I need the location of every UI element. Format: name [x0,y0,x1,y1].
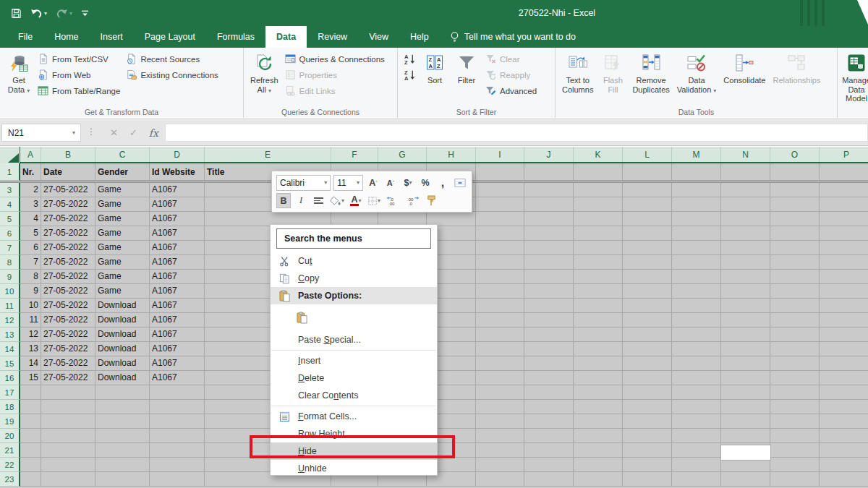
cell-N4[interactable] [721,197,770,212]
cell-A15[interactable]: 14 [20,356,41,371]
cell-N7[interactable] [721,241,770,255]
cell-I10[interactable] [476,284,524,299]
cell-L13[interactable] [623,328,672,342]
undo-dropdown-icon[interactable]: ▾ [44,10,47,17]
align-icon[interactable] [311,193,326,208]
cell-O15[interactable] [770,356,820,371]
name-box[interactable]: N21 ▾ [1,124,81,142]
cell-C8[interactable]: Game [95,255,150,270]
existing-connections-button[interactable]: Existing Connections [123,67,221,82]
properties-button[interactable]: Properties [282,67,388,82]
cancel-icon[interactable]: ✕ [110,127,118,138]
cell-I11[interactable] [476,299,524,313]
cell-O23[interactable] [770,472,820,487]
cell-D16[interactable]: A1067 [150,371,205,385]
cell-J18[interactable] [524,400,574,414]
cell-B5[interactable]: 27-05-2022 [41,212,95,226]
cell-L18[interactable] [623,400,672,414]
cell-K10[interactable] [574,284,623,299]
cell-C14[interactable]: Download [95,342,150,356]
cell-L14[interactable] [623,342,672,356]
tab-data[interactable]: Data [265,26,307,48]
cell-D17[interactable] [150,385,205,400]
menu-item-unhide[interactable]: Unhide [271,460,437,477]
cell-L3[interactable] [623,183,672,197]
cell-P19[interactable] [820,414,868,429]
cell-I17[interactable] [476,385,524,400]
relationships-button[interactable]: Relationships [769,50,824,87]
cell-K20[interactable] [574,429,623,443]
cell-D6[interactable]: A1067 [150,226,205,241]
cell-N19[interactable] [721,414,770,429]
menu-item-delete[interactable]: Delete [271,369,437,387]
cell-P10[interactable] [820,284,868,299]
fill-color-icon[interactable]: ▾ [328,193,346,208]
cell-P20[interactable] [820,429,868,443]
font-name-select[interactable]: Calibri▾ [276,175,331,191]
cell-I1[interactable] [476,163,524,181]
tab-help[interactable]: Help [399,26,440,48]
column-header-A[interactable]: A [20,147,41,162]
cell-C16[interactable]: Download [95,371,150,385]
cell-D22[interactable] [150,458,205,472]
cell-J15[interactable] [524,356,574,371]
cell-K11[interactable] [574,299,623,313]
reapply-button[interactable]: Reapply [482,67,540,82]
cell-L19[interactable] [623,414,672,429]
formula-input[interactable] [165,124,868,142]
cell-A10[interactable]: 9 [20,284,41,299]
cell-A4[interactable]: 3 [20,197,41,212]
text-to-columns-button[interactable]: Text toColumns [558,50,597,95]
cell-L23[interactable] [623,472,672,487]
cell-B17[interactable] [41,385,95,400]
cell-L16[interactable] [623,371,672,385]
cell-J10[interactable] [524,284,574,299]
cell-M5[interactable] [672,212,721,226]
cell-K22[interactable] [574,458,623,472]
cell-D13[interactable]: A1067 [150,328,205,342]
cell-L4[interactable] [623,197,672,212]
cell-P8[interactable] [820,255,868,270]
cell-K8[interactable] [574,255,623,270]
cell-L9[interactable] [623,270,672,284]
tab-formulas[interactable]: Formulas [206,26,265,48]
formula-bar-splitter[interactable]: ⋮ [87,127,95,137]
cell-A19[interactable] [20,414,41,429]
cell-M10[interactable] [672,284,721,299]
cell-K14[interactable] [574,342,623,356]
cell-D18[interactable] [150,400,205,414]
cell-M4[interactable] [672,197,721,212]
cell-J19[interactable] [524,414,574,429]
column-header-D[interactable]: D [150,147,205,162]
cell-N22[interactable] [721,458,770,472]
cell-P14[interactable] [820,342,868,356]
cell-N1[interactable] [721,163,770,181]
cell-P21[interactable] [820,443,868,458]
cell-A3[interactable]: 2 [20,183,41,197]
cell-N18[interactable] [721,400,770,414]
cell-C6[interactable]: Game [95,226,150,241]
cell-M9[interactable] [672,270,721,284]
cell-P17[interactable] [820,385,868,400]
cell-J13[interactable] [524,328,574,342]
cell-B20[interactable] [41,429,95,443]
row-header-21[interactable]: 21 [0,443,20,458]
cell-P4[interactable] [820,197,868,212]
grow-font-button[interactable]: Aˆ [366,175,380,190]
cell-A5[interactable]: 4 [20,212,41,226]
refresh-all-button[interactable]: RefreshAll ▾ [247,50,282,97]
cell-O12[interactable] [770,313,820,328]
menu-item-clear-contents[interactable]: Clear Contents [271,387,437,404]
cell-A8[interactable]: 7 [20,255,41,270]
cell-B16[interactable]: 27-05-2022 [41,371,95,385]
cell-M17[interactable] [672,385,721,400]
cell-A12[interactable]: 11 [20,313,41,328]
cell-M7[interactable] [672,241,721,255]
cell-K21[interactable] [574,443,623,458]
cell-O3[interactable] [770,183,820,197]
cell-M15[interactable] [672,356,721,371]
cell-L17[interactable] [623,385,672,400]
active-cell-N21[interactable] [721,445,770,460]
paste-option-keep-source[interactable] [271,304,437,331]
row-header-13[interactable]: 13 [0,328,20,342]
